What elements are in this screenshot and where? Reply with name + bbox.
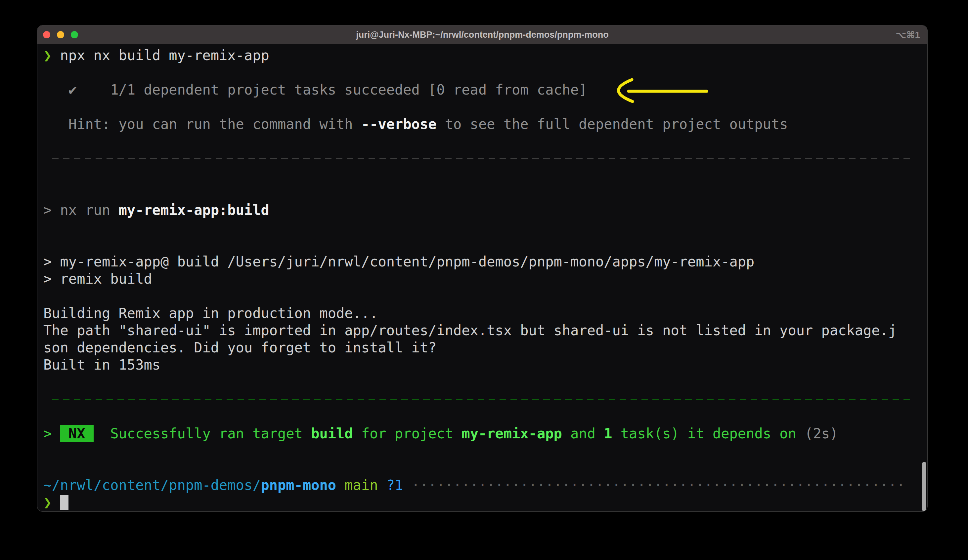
terminal-line-command: ❯ npx nx build my-remix-app: [43, 47, 927, 64]
terminal-line-built-time: Built in 153ms: [43, 356, 927, 373]
verbose-flag: --verbose: [361, 116, 437, 132]
window-title: juri@Juri-Nx-MBP:~/nrwl/content/pnpm-dem…: [356, 30, 609, 40]
terminal-line-remix-build: > remix build: [43, 271, 927, 287]
terminal-line-building-3: son dependencies. Did you forget to inst…: [43, 339, 927, 356]
terminal-line-hint: Hint: you can run the command with --ver…: [43, 116, 927, 133]
check-icon: ✔: [43, 82, 110, 98]
terminal-line-prompt-input[interactable]: ❯: [43, 494, 927, 511]
minimize-button[interactable]: [57, 31, 64, 38]
command-text: npx nx build my-remix-app: [60, 47, 269, 63]
terminal-line-task-success: ✔ 1/1 dependent project tasks succeeded …: [43, 81, 927, 99]
prompt-chevron-icon: ❯: [43, 47, 60, 63]
close-button[interactable]: [43, 31, 50, 38]
maximize-button[interactable]: [71, 31, 78, 38]
prompt-repo: pnpm-mono: [261, 477, 336, 493]
task-success-text: 1/1 dependent project tasks succeeded [0…: [110, 82, 587, 98]
terminal-line-prompt-path: ~/nrwl/content/pnpm-demos/pnpm-mono main…: [43, 477, 927, 494]
nx-badge: NX: [60, 425, 94, 442]
desktop-background: juri@Juri-Nx-MBP:~/nrwl/content/pnpm-dem…: [0, 0, 968, 560]
window-shortcut: ⌥⌘1: [895, 30, 920, 40]
git-status: ?1: [386, 477, 403, 493]
terminal-cursor: [60, 495, 68, 510]
separator-green: [43, 391, 927, 408]
terminal-line-nx-run: > nx run my-remix-app:build: [43, 202, 927, 219]
separator-gray: [43, 150, 927, 167]
success-task-count: 1: [604, 425, 612, 442]
terminal-line-nx-success: > NX Successfully ran target build for p…: [43, 425, 927, 442]
terminal-line-package-script: > my-remix-app@ build /Users/juri/nrwl/c…: [43, 253, 927, 271]
titlebar[interactable]: juri@Juri-Nx-MBP:~/nrwl/content/pnpm-dem…: [37, 25, 927, 44]
prompt-filler-dots: ········································…: [411, 477, 905, 493]
success-target: build: [311, 425, 353, 442]
prompt-cwd: ~/nrwl/content/pnpm-demos/: [43, 477, 261, 493]
prompt-chevron-icon: ❯: [43, 494, 60, 510]
scrollbar-thumb[interactable]: [922, 462, 926, 511]
success-duration: (2s): [805, 425, 838, 442]
terminal-content[interactable]: ❯ npx nx build my-remix-app ✔ 1/1 depend…: [37, 44, 927, 511]
terminal-window: juri@Juri-Nx-MBP:~/nrwl/content/pnpm-dem…: [37, 25, 928, 512]
traffic-lights: [43, 31, 78, 38]
terminal-line-building-1: Building Remix app in production mode...: [43, 305, 927, 322]
git-branch: main: [345, 477, 378, 493]
nx-success-arrow: >: [43, 425, 60, 442]
nx-run-target: my-remix-app:build: [119, 202, 269, 218]
success-project: my-remix-app: [461, 425, 562, 442]
terminal-line-building-2: The path "shared-ui" is imported in app/…: [43, 322, 927, 339]
